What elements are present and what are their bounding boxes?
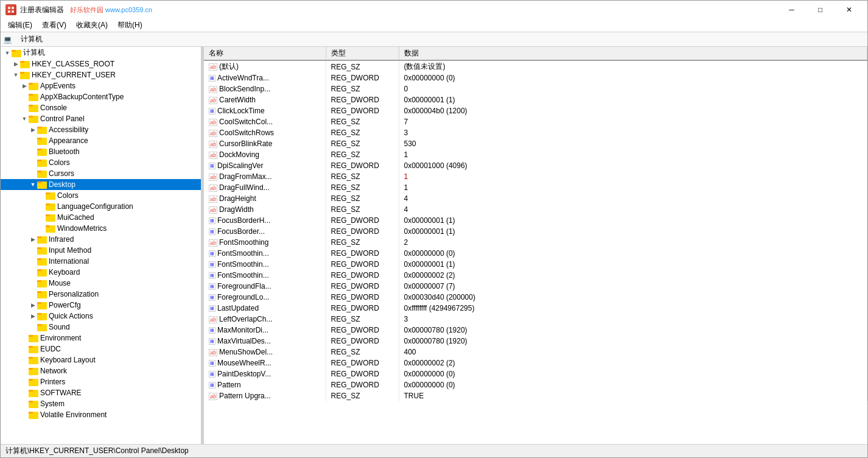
table-row[interactable]: abPattern Upgra... REG_SZ TRUE xyxy=(204,390,867,401)
table-row[interactable]: ⊞LastUpdated REG_DWORD 0xffffffff (42949… xyxy=(204,303,867,314)
table-row[interactable]: abCoolSwitchRows REG_SZ 3 xyxy=(204,127,867,138)
tree-item-keyboard[interactable]: ▶ Keyboard xyxy=(1,267,201,278)
tree-item-keyboard-layout[interactable]: ▶ Keyboard Layout xyxy=(1,354,201,365)
svg-rect-3 xyxy=(12,10,14,13)
tree-panel[interactable]: ▼ 计算机 ▶ HKEY_CLASSES_ROOT ▼ xyxy=(1,47,201,444)
table-row[interactable]: ⊞PaintDesktopV... REG_DWORD 0x00000000 (… xyxy=(204,368,867,379)
tree-item-network[interactable]: ▶ Network xyxy=(1,365,201,376)
tree-item-computer[interactable]: ▼ 计算机 xyxy=(1,47,201,58)
tree-item-appx[interactable]: ▶ AppXBackupContentType xyxy=(1,91,201,102)
folder-icon-sound xyxy=(37,323,47,331)
svg-rect-53 xyxy=(37,313,41,315)
svg-rect-17 xyxy=(29,116,33,118)
tree-item-console[interactable]: ▶ Console xyxy=(1,102,201,113)
tree-item-software[interactable]: ▶ SOFTWARE xyxy=(1,387,201,398)
tree-item-international[interactable]: ▶ International xyxy=(1,256,201,267)
col-header-name[interactable]: 名称 xyxy=(204,47,326,60)
table-row[interactable]: ⊞ClickLockTime REG_DWORD 0x000004b0 (120… xyxy=(204,105,867,116)
table-row[interactable]: abDragFullWind... REG_SZ 1 xyxy=(204,182,867,193)
col-header-data[interactable]: 数据 xyxy=(399,47,867,60)
menu-view[interactable]: 查看(V) xyxy=(37,19,71,32)
tree-item-powercfg[interactable]: ▶ PowerCfg xyxy=(1,300,201,311)
toolbar-computer[interactable]: 计算机 xyxy=(16,33,47,46)
cell-name: ⊞ForegroundFla... xyxy=(204,281,326,292)
table-row[interactable]: abLeftOverlapCh... REG_SZ 3 xyxy=(204,314,867,325)
table-row[interactable]: ⊞DpiScalingVer REG_DWORD 0x00001000 (409… xyxy=(204,160,867,171)
cell-type: REG_DWORD xyxy=(326,292,399,303)
tree-item-control-panel[interactable]: ▼ Control Panel xyxy=(1,113,201,124)
cell-name: abDragWidth xyxy=(204,204,326,215)
table-row[interactable]: ab(默认) REG_SZ (数值未设置) xyxy=(204,60,867,72)
table-row[interactable]: abDockMoving REG_SZ 1 xyxy=(204,149,867,160)
table-row[interactable]: ⊞FocusBorder... REG_DWORD 0x00000001 (1) xyxy=(204,226,867,237)
cell-data: 0xffffffff (4294967295) xyxy=(399,303,867,314)
tree-item-desktop[interactable]: ▼ Desktop xyxy=(1,179,201,190)
tree-item-input-method[interactable]: ▶ Input Method xyxy=(1,245,201,256)
svg-rect-41 xyxy=(37,247,41,249)
tree-item-cursors[interactable]: ▶ Cursors xyxy=(1,168,201,179)
table-row[interactable]: ⊞ForegroundFla... REG_DWORD 0x00000007 (… xyxy=(204,281,867,292)
tree-item-quick-actions[interactable]: ▶ Quick Actions xyxy=(1,311,201,322)
menu-bar: 编辑(E) 查看(V) 收藏夹(A) 帮助(H) xyxy=(1,19,867,32)
svg-rect-49 xyxy=(37,291,41,293)
tree-item-environment[interactable]: ▶ Environment xyxy=(1,333,201,344)
table-row[interactable]: abFontSmoothing REG_SZ 2 xyxy=(204,237,867,248)
menu-favorites[interactable]: 收藏夹(A) xyxy=(71,19,113,32)
menu-edit[interactable]: 编辑(E) xyxy=(3,19,37,32)
table-row[interactable]: abCoolSwitchCol... REG_SZ 7 xyxy=(204,116,867,127)
tree-label-network: Network xyxy=(40,367,67,375)
table-row[interactable]: ⊞FocusBorderH... REG_DWORD 0x00000001 (1… xyxy=(204,215,867,226)
tree-item-printers[interactable]: ▶ Printers xyxy=(1,376,201,387)
tree-item-infrared[interactable]: ▶ Infrared xyxy=(1,234,201,245)
cell-data: 0x00001000 (4096) xyxy=(399,160,867,171)
menu-help[interactable]: 帮助(H) xyxy=(113,19,147,32)
tree-item-classes-root[interactable]: ▶ HKEY_CLASSES_ROOT xyxy=(1,58,201,69)
table-row[interactable]: ⊞FontSmoothin... REG_DWORD 0x00000000 (0… xyxy=(204,248,867,259)
table-row[interactable]: abMenuShowDel... REG_SZ 400 xyxy=(204,347,867,358)
col-header-type[interactable]: 类型 xyxy=(326,47,399,60)
table-row[interactable]: abCaretWidth REG_DWORD 0x00000001 (1) xyxy=(204,94,867,105)
svg-rect-1 xyxy=(12,7,14,9)
tree-item-personalization[interactable]: ▶ Personalization xyxy=(1,289,201,300)
table-row[interactable]: ⊞ActiveWndTra... REG_DWORD 0x00000000 (0… xyxy=(204,72,867,83)
cell-name: ⊞MaxMonitorDi... xyxy=(204,325,326,336)
svg-rect-25 xyxy=(37,160,41,161)
table-row[interactable]: abCursorBlinkRate REG_SZ 530 xyxy=(204,138,867,149)
folder-icon-cursors xyxy=(37,169,47,178)
table-row[interactable]: ⊞MaxVirtualDes... REG_DWORD 0x00000780 (… xyxy=(204,336,867,347)
close-button[interactable]: ✕ xyxy=(835,1,863,19)
tree-item-desktop-mui[interactable]: ▶ MuiCached xyxy=(1,212,201,223)
tree-item-desktop-colors[interactable]: ▶ Colors xyxy=(1,190,201,201)
registry-table[interactable]: 名称 类型 数据 ab(默认) REG_SZ (数值未设置) ⊞ActiveWn… xyxy=(204,47,867,444)
table-row[interactable]: abDragWidth REG_SZ 4 xyxy=(204,204,867,215)
tree-item-bluetooth[interactable]: ▶ Bluetooth xyxy=(1,146,201,157)
tree-item-sound[interactable]: ▶ Sound xyxy=(1,322,201,333)
table-row[interactable]: ⊞MouseWheelR... REG_DWORD 0x00000002 (2) xyxy=(204,358,867,368)
tree-label-classes-root: HKEY_CLASSES_ROOT xyxy=(32,60,114,68)
tree-label-colors: Colors xyxy=(49,158,70,167)
tree-item-system[interactable]: ▶ System xyxy=(1,398,201,409)
table-row[interactable]: ⊞ForegroundLo... REG_DWORD 0x00030d40 (2… xyxy=(204,292,867,303)
table-row[interactable]: abDragFromMax... REG_SZ 1 xyxy=(204,171,867,182)
maximize-button[interactable]: □ xyxy=(807,1,834,19)
tree-item-appevents[interactable]: ▶ AppEvents xyxy=(1,80,201,91)
tree-item-desktop-winmetrics[interactable]: ▶ WindowMetrics xyxy=(1,223,201,234)
table-row[interactable]: ⊞FontSmoothin... REG_DWORD 0x00000001 (1… xyxy=(204,259,867,270)
svg-rect-55 xyxy=(37,324,41,326)
cell-data: 0x00000000 (0) xyxy=(399,72,867,83)
table-row[interactable]: ⊞Pattern REG_DWORD 0x00000000 (0) xyxy=(204,379,867,390)
table-row[interactable]: abBlockSendInp... REG_SZ 0 xyxy=(204,83,867,94)
tree-item-accessibility[interactable]: ▶ Accessibility xyxy=(1,124,201,135)
tree-item-colors[interactable]: ▶ Colors xyxy=(1,157,201,168)
table-row[interactable]: ⊞FontSmoothin... REG_DWORD 0x00000002 (2… xyxy=(204,270,867,281)
table-row[interactable]: ⊞MaxMonitorDi... REG_DWORD 0x00000780 (1… xyxy=(204,325,867,336)
tree-item-current-user[interactable]: ▼ HKEY_CURRENT_USER xyxy=(1,69,201,80)
folder-icon-bluetooth xyxy=(37,147,47,156)
tree-item-appearance[interactable]: ▶ Appearance xyxy=(1,135,201,146)
tree-item-eudc[interactable]: ▶ EUDC xyxy=(1,344,201,354)
tree-item-desktop-lang[interactable]: ▶ LanguageConfiguration xyxy=(1,201,201,212)
tree-item-volatile[interactable]: ▶ Volatile Environment xyxy=(1,409,201,420)
tree-item-mouse[interactable]: ▶ Mouse xyxy=(1,278,201,289)
table-row[interactable]: abDragHeight REG_SZ 4 xyxy=(204,193,867,204)
minimize-button[interactable]: ─ xyxy=(778,1,805,19)
